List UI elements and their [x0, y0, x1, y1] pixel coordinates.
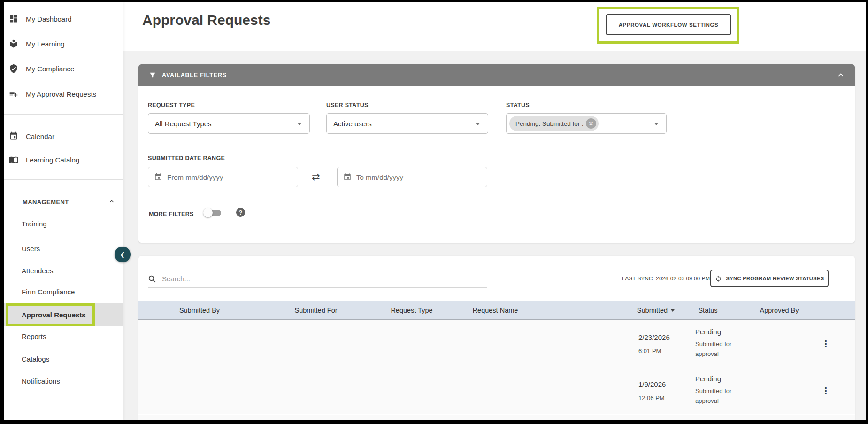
sidebar-item-attendees[interactable]: Attendees: [4, 260, 123, 282]
filter-funnel-icon: [149, 71, 156, 79]
calendar-icon: [9, 131, 18, 141]
sidebar-item-training[interactable]: Training: [4, 213, 123, 235]
last-sync-text: LAST SYNC: 2026-02-03 09:00 PM: [622, 276, 710, 281]
available-filters-bar[interactable]: AVAILABLE FILTERS: [138, 64, 855, 86]
date-to-input[interactable]: [356, 173, 481, 181]
more-filters-label: MORE FILTERS: [149, 211, 194, 217]
approval-requests-icon: [9, 89, 18, 99]
status-detail: Submitted for approval: [695, 386, 746, 406]
sidebar-item-label: My Dashboard: [26, 15, 72, 23]
requests-table-panel: LAST SYNC: 2026-02-03 09:00 PM SYNC PROG…: [138, 256, 855, 420]
date-from-input[interactable]: [167, 173, 292, 181]
toggle-knob: [203, 208, 213, 217]
sidebar-item-label: Attendees: [22, 267, 54, 275]
catalog-icon: [9, 155, 18, 164]
available-filters-label: AVAILABLE FILTERS: [162, 72, 227, 78]
chip-close-icon[interactable]: ✕: [586, 118, 596, 129]
status-select[interactable]: Pending: Submitted for ... ✕: [506, 113, 667, 134]
sidebar-item-label: Users: [22, 245, 40, 253]
col-request-name[interactable]: Request Name: [473, 301, 518, 320]
help-icon[interactable]: ?: [236, 208, 245, 217]
screenshot-frame: My Dashboard My Learning My Compliance M…: [0, 0, 868, 424]
sidebar-item-catalogs[interactable]: Catalogs: [4, 348, 123, 370]
page-header: Approval Requests APPROVAL WORKFLOW SETT…: [123, 2, 866, 51]
sidebar: My Dashboard My Learning My Compliance M…: [4, 2, 123, 420]
sidebar-item-reports[interactable]: Reports: [4, 325, 123, 347]
sidebar-item-my-approval-requests[interactable]: My Approval Requests: [4, 83, 123, 105]
table-row: 2/23/2026 6:01 PM Pending Submitted for …: [138, 320, 855, 367]
date-to-field[interactable]: [337, 167, 487, 187]
search-field: [148, 270, 487, 288]
sidebar-section-management[interactable]: MANAGEMENT: [4, 191, 123, 213]
submitted-date: 2/23/2026: [638, 333, 670, 341]
more-filters-toggle[interactable]: [203, 208, 222, 218]
sidebar-item-users[interactable]: Users: [4, 238, 123, 260]
approval-workflow-settings-button[interactable]: APPROVAL WORKFLOW SETTINGS: [606, 14, 731, 35]
col-submitted-label: Submitted: [637, 307, 668, 314]
date-from-field[interactable]: [148, 167, 298, 187]
sidebar-item-label: Catalogs: [22, 355, 49, 363]
sync-program-review-statuses-button[interactable]: SYNC PROGRAM REVIEW STATUSES: [710, 270, 829, 287]
table-row-partial: [138, 415, 855, 420]
sidebar-item-approval-requests[interactable]: Approval Requests: [4, 303, 123, 326]
sidebar-item-notifications[interactable]: Notifications: [4, 370, 123, 392]
main-content: Approval Requests APPROVAL WORKFLOW SETT…: [123, 2, 866, 420]
request-type-select[interactable]: All Request Types: [148, 113, 310, 134]
submitted-date: 1/9/2026: [638, 380, 666, 388]
sidebar-divider: [4, 114, 123, 115]
sidebar-item-my-learning[interactable]: My Learning: [4, 32, 123, 55]
sidebar-item-label: My Approval Requests: [26, 90, 96, 98]
col-submitted-by[interactable]: Submitted By: [179, 301, 220, 320]
dropdown-caret-icon: [476, 123, 480, 125]
chevron-left-icon: ❮: [120, 251, 125, 258]
search-icon: [148, 275, 156, 283]
app-window: My Dashboard My Learning My Compliance M…: [4, 2, 866, 420]
sidebar-item-label: Reports: [22, 332, 46, 340]
sidebar-item-label: Calendar: [26, 132, 54, 140]
management-label: MANAGEMENT: [23, 199, 69, 206]
collapse-filters-icon[interactable]: [837, 71, 845, 79]
sidebar-item-firm-compliance[interactable]: Firm Compliance: [4, 281, 123, 303]
status-value: Pending: [695, 328, 721, 336]
col-request-type[interactable]: Request Type: [391, 301, 432, 320]
sort-desc-icon: [671, 309, 675, 312]
sidebar-item-label: Training: [22, 220, 47, 228]
user-status-select[interactable]: Active users: [326, 113, 488, 134]
sidebar-item-calendar[interactable]: Calendar: [4, 125, 123, 147]
status-detail: Submitted for approval: [695, 339, 746, 359]
compliance-icon: [9, 64, 18, 73]
user-status-value: Active users: [333, 120, 372, 128]
page-title: Approval Requests: [142, 12, 270, 28]
row-menu-icon[interactable]: ⋮: [820, 336, 831, 351]
sync-button-label: SYNC PROGRAM REVIEW STATUSES: [726, 276, 824, 281]
request-type-label: REQUEST TYPE: [148, 102, 195, 108]
status-filter-chip: Pending: Submitted for ... ✕: [509, 116, 599, 131]
sidebar-item-label: Learning Catalog: [26, 156, 79, 164]
sync-icon: [715, 275, 722, 282]
sidebar-item-label: Notifications: [22, 377, 60, 385]
table-header-row: Submitted By Submitted For Request Type …: [138, 301, 855, 320]
col-approved-by[interactable]: Approved By: [760, 301, 799, 320]
submitted-date-range-label: SUBMITTED DATE RANGE: [148, 155, 225, 162]
sidebar-item-learning-catalog[interactable]: Learning Catalog: [4, 148, 123, 171]
sidebar-divider: [4, 179, 123, 180]
user-status-label: USER STATUS: [326, 102, 369, 108]
calendar-icon[interactable]: [343, 173, 352, 181]
search-input[interactable]: [162, 275, 487, 283]
sidebar-item-label: My Compliance: [26, 65, 74, 73]
dropdown-caret-icon: [654, 123, 659, 125]
sidebar-item-my-dashboard[interactable]: My Dashboard: [4, 8, 123, 30]
learning-icon: [9, 39, 18, 48]
sidebar-collapse-button[interactable]: ❮: [115, 247, 131, 262]
submitted-time: 6:01 PM: [638, 347, 661, 355]
status-value: Pending: [695, 375, 721, 383]
row-menu-icon[interactable]: ⋮: [820, 383, 831, 398]
sidebar-item-my-compliance[interactable]: My Compliance: [4, 57, 123, 80]
submitted-time: 12:06 PM: [638, 394, 665, 401]
sidebar-item-label: Approval Requests: [22, 311, 86, 319]
calendar-icon[interactable]: [154, 173, 162, 181]
col-submitted-for[interactable]: Submitted For: [294, 301, 337, 320]
col-submitted-sorted[interactable]: Submitted: [637, 301, 675, 320]
col-status[interactable]: Status: [698, 301, 717, 320]
dropdown-caret-icon: [297, 123, 302, 125]
